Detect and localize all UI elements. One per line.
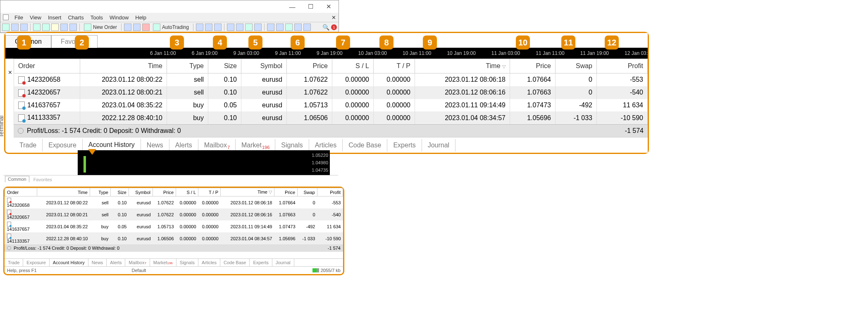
toolbar-icon[interactable]: [205, 24, 212, 31]
app-icon: [3, 14, 9, 20]
toolbar-icon[interactable]: [20, 24, 28, 31]
toolbar-icon[interactable]: [285, 24, 293, 31]
toolbar-icon[interactable]: [267, 24, 274, 31]
autotrading-button[interactable]: AutoTrading: [151, 24, 191, 31]
toolbar-icon[interactable]: [214, 24, 222, 31]
toolbar-icon[interactable]: [11, 24, 19, 31]
menu-window[interactable]: Window: [107, 14, 131, 21]
toolbar-icon[interactable]: [276, 24, 284, 31]
toolbar: New Order AutoTrading 🔍 1: [0, 22, 339, 33]
zoom-out-icon[interactable]: [227, 24, 234, 31]
toolbar-icon[interactable]: [196, 24, 203, 31]
menu-charts[interactable]: Charts: [65, 14, 86, 21]
plus-icon: [84, 24, 91, 31]
toolbar-icon[interactable]: [33, 24, 41, 31]
menu-insert[interactable]: Insert: [45, 14, 64, 21]
toolbar-icon[interactable]: [2, 24, 10, 31]
titlebar: — ☐ ✕: [0, 0, 339, 13]
toolbar-icon[interactable]: [142, 24, 150, 31]
notification-badge[interactable]: 1: [331, 24, 337, 30]
maximize-button[interactable]: ☐: [303, 2, 318, 12]
menu-help[interactable]: Help: [133, 14, 149, 21]
panel-close-icon[interactable]: ✕: [331, 14, 336, 21]
toolbar-icon[interactable]: [254, 24, 262, 31]
toolbar-icon[interactable]: [294, 24, 302, 31]
terminal-panel-highlight: ✕ Terminal Common Favorites 6 Jan 11:006…: [4, 32, 649, 33]
minimize-button[interactable]: —: [285, 2, 300, 12]
app-window: — ☐ ✕ File View Insert Charts Tools Wind…: [0, 0, 339, 33]
menu-tools[interactable]: Tools: [88, 14, 105, 21]
toolbar-icon[interactable]: [245, 24, 253, 31]
toolbar-icon[interactable]: [60, 24, 68, 31]
toolbar-icon[interactable]: [303, 24, 311, 31]
new-order-button[interactable]: New Order: [82, 24, 119, 31]
toolbar-icon[interactable]: [133, 24, 141, 31]
menubar: File View Insert Charts Tools Window Hel…: [0, 13, 339, 22]
menu-file[interactable]: File: [12, 14, 26, 21]
zoom-in-icon[interactable]: [236, 24, 243, 31]
close-button[interactable]: ✕: [321, 2, 336, 12]
toolbar-icon[interactable]: [124, 24, 131, 31]
toolbar-icon[interactable]: [51, 24, 59, 31]
toolbar-icon[interactable]: [69, 24, 77, 31]
menu-view[interactable]: View: [27, 14, 44, 21]
search-icon[interactable]: 🔍: [322, 24, 329, 31]
play-icon: [153, 24, 160, 31]
toolbar-icon[interactable]: [42, 24, 50, 31]
